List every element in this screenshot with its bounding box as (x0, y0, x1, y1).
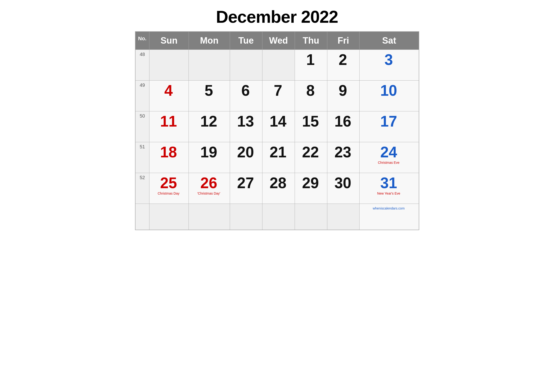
day-number: 7 (265, 83, 291, 98)
day-cell: 20 (230, 142, 262, 173)
day-number: 16 (330, 114, 356, 129)
day-cell-empty (149, 204, 189, 230)
day-cell-empty (230, 204, 262, 230)
day-number: 1 (297, 52, 324, 67)
day-cell: 5 (189, 81, 230, 111)
day-number: 12 (191, 114, 226, 129)
header-fri: Fri (327, 32, 360, 50)
calendar-table: No. Sun Mon Tue Wed Thu Fri Sat 48123494… (135, 31, 419, 230)
day-number: 5 (191, 83, 226, 98)
day-number: 8 (297, 83, 324, 98)
day-cell: 2 (327, 50, 360, 81)
day-cell: 13 (230, 111, 262, 142)
day-note: New Year's Eve (362, 191, 415, 195)
week-number: 52 (135, 173, 149, 204)
day-cell: 1 (295, 50, 327, 81)
day-cell: 12 (189, 111, 230, 142)
day-cell: 14 (262, 111, 295, 142)
calendar-body: 4812349456789105011121314151617511819202… (135, 50, 419, 230)
week-row: 5118192021222324Christmas Eve (135, 142, 419, 173)
header-no: No. (135, 32, 149, 50)
day-number: 14 (265, 114, 291, 129)
day-number: 4 (152, 83, 185, 98)
day-number: 31 (362, 175, 415, 190)
day-cell: 21 (262, 142, 295, 173)
day-cell: 7 (262, 81, 295, 111)
day-cell: 24Christmas Eve (360, 142, 419, 173)
header-sat: Sat (360, 32, 419, 50)
day-cell: 25Christmas Day (149, 173, 189, 204)
week-number: 51 (135, 142, 149, 173)
header-sun: Sun (149, 32, 189, 50)
header-thu: Thu (295, 32, 327, 50)
day-number: 26 (191, 175, 226, 190)
day-cell: 15 (295, 111, 327, 142)
week-number: 48 (135, 50, 149, 81)
day-note: Christmas Eve (362, 161, 415, 164)
day-cell: 29 (295, 173, 327, 204)
day-cell: 11 (149, 111, 189, 142)
day-cell: 27 (230, 173, 262, 204)
day-cell: 18 (149, 142, 189, 173)
day-cell: 4 (149, 81, 189, 111)
day-number: 15 (297, 114, 324, 129)
day-cell: 8 (295, 81, 327, 111)
day-cell: 28 (262, 173, 295, 204)
week-number-empty (135, 204, 149, 230)
day-cell-empty (295, 204, 327, 230)
day-number: 19 (191, 145, 226, 160)
day-number: 6 (232, 83, 259, 98)
day-note: Christmas Day (152, 191, 185, 195)
calendar-wrapper: December 2022 No. Sun Mon Tue Wed Thu Fr… (135, 7, 419, 230)
day-cell-empty (189, 204, 230, 230)
week-row: 4945678910 (135, 81, 419, 111)
day-number: 2 (330, 52, 356, 67)
day-number: 3 (362, 52, 415, 67)
day-cell: 6 (230, 81, 262, 111)
day-number: 28 (265, 175, 291, 190)
watermark-cell: wheniscalendars.com (360, 204, 419, 230)
calendar-title: December 2022 (135, 7, 419, 27)
day-cell-empty (262, 204, 295, 230)
day-cell: 26'Christmas Day' (189, 173, 230, 204)
day-number: 9 (330, 83, 356, 98)
day-cell (149, 50, 189, 81)
day-cell: 9 (327, 81, 360, 111)
week-row: 48123 (135, 50, 419, 81)
day-number: 23 (330, 145, 356, 160)
day-cell: 16 (327, 111, 360, 142)
day-cell (230, 50, 262, 81)
day-cell: 31New Year's Eve (360, 173, 419, 204)
day-number: 30 (330, 175, 356, 190)
week-row: 5011121314151617 (135, 111, 419, 142)
day-cell: 3 (360, 50, 419, 81)
day-number: 21 (265, 145, 291, 160)
day-cell (262, 50, 295, 81)
day-number: 27 (232, 175, 259, 190)
day-number: 10 (362, 83, 415, 98)
day-number: 25 (152, 175, 185, 190)
day-cell: 19 (189, 142, 230, 173)
header-tue: Tue (230, 32, 262, 50)
week-number: 50 (135, 111, 149, 142)
day-cell-empty (327, 204, 360, 230)
week-row: 5225Christmas Day26'Christmas Day'272829… (135, 173, 419, 204)
day-number: 24 (362, 145, 415, 160)
extra-row: wheniscalendars.com (135, 204, 419, 230)
day-number: 29 (297, 175, 324, 190)
day-note: 'Christmas Day' (191, 191, 226, 195)
day-cell: 30 (327, 173, 360, 204)
header-mon: Mon (189, 32, 230, 50)
day-number: 13 (232, 114, 259, 129)
day-cell: 10 (360, 81, 419, 111)
day-number: 22 (297, 145, 324, 160)
header-wed: Wed (262, 32, 295, 50)
header-row: No. Sun Mon Tue Wed Thu Fri Sat (135, 32, 419, 50)
day-number: 17 (362, 114, 415, 129)
watermark-text: wheniscalendars.com (371, 205, 407, 211)
day-cell: 22 (295, 142, 327, 173)
day-number: 20 (232, 145, 259, 160)
day-cell: 17 (360, 111, 419, 142)
week-number: 49 (135, 81, 149, 111)
day-number: 18 (152, 145, 185, 160)
